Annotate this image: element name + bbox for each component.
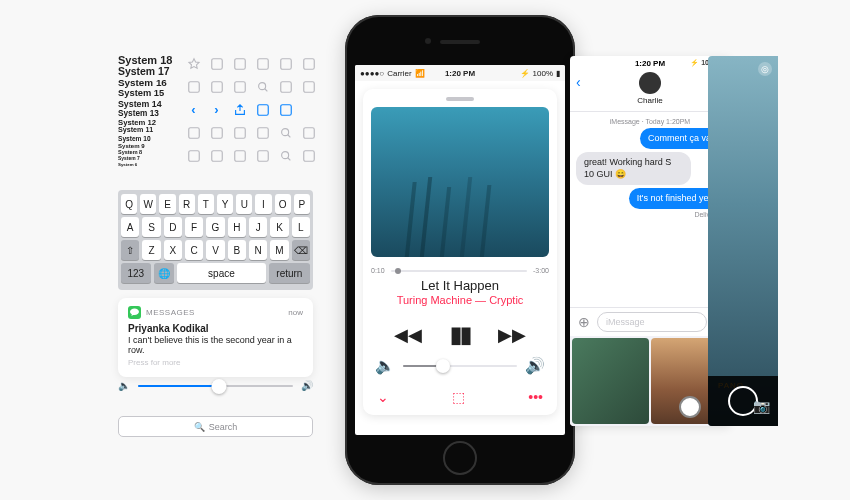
back-button[interactable]: ‹ xyxy=(576,74,581,90)
box-icon xyxy=(231,78,248,95)
radio-icon xyxy=(208,147,225,164)
search-icon xyxy=(254,78,271,95)
key-⌫[interactable]: ⌫ xyxy=(292,240,310,260)
capture-button[interactable] xyxy=(679,396,701,418)
search-placeholder: Search xyxy=(209,422,238,432)
filter-icon xyxy=(254,147,271,164)
infinity-icon xyxy=(300,55,317,72)
svg-rect-3 xyxy=(280,58,291,69)
key-n[interactable]: N xyxy=(249,240,267,260)
svg-rect-14 xyxy=(211,127,222,138)
contact-name: Charlie xyxy=(637,96,662,105)
message-input[interactable]: iMessage xyxy=(597,312,707,332)
key-p[interactable]: P xyxy=(294,194,310,214)
key-num[interactable]: 123 xyxy=(121,263,151,283)
key-w[interactable]: W xyxy=(140,194,156,214)
list-icon xyxy=(185,124,202,141)
svg-rect-11 xyxy=(257,104,268,115)
airplay-icon[interactable]: ⬚ xyxy=(452,389,465,405)
remaining-time: -3:00 xyxy=(533,267,549,274)
svg-rect-12 xyxy=(280,104,291,115)
more-icon[interactable]: ••• xyxy=(528,389,543,405)
key-space[interactable]: space xyxy=(177,263,266,283)
back-icon: ‹ xyxy=(185,101,202,118)
status-time: 1:20 PM xyxy=(445,69,475,78)
svg-rect-1 xyxy=(234,58,245,69)
key-y[interactable]: Y xyxy=(217,194,233,214)
live-photo-icon[interactable]: ◎ xyxy=(758,62,772,76)
message-compose-bar: ⊕ iMessage 🎤 xyxy=(570,307,730,336)
slider-knob[interactable] xyxy=(211,379,226,394)
volume-slider[interactable]: 🔈 🔊 xyxy=(118,380,313,391)
clock-icon xyxy=(208,55,225,72)
pause-button[interactable]: ▮▮ xyxy=(450,322,470,348)
key-s[interactable]: S xyxy=(142,217,160,237)
notification-banner[interactable]: MESSAGES now Priyanka Kodikal I can't be… xyxy=(118,298,313,377)
key-h[interactable]: H xyxy=(228,217,246,237)
key-d[interactable]: D xyxy=(164,217,182,237)
volume-low-icon: 🔈 xyxy=(118,380,130,391)
chevron-down-icon[interactable]: ⌄ xyxy=(377,389,389,405)
key-b[interactable]: B xyxy=(228,240,246,260)
forward-icon: › xyxy=(208,101,225,118)
svg-rect-16 xyxy=(257,127,268,138)
iphone-frame-center: ●●●●○ Carrier 📶 1:20 PM ⚡100%▮ 0:10 -3:0… xyxy=(345,15,575,485)
key-k[interactable]: K xyxy=(270,217,288,237)
svg-rect-5 xyxy=(188,81,199,92)
now-playing-volume[interactable]: 🔈 🔊 xyxy=(375,356,545,375)
message-bubble[interactable]: great! Working hard S 10 GUI 😄 xyxy=(576,152,691,185)
key-r[interactable]: R xyxy=(179,194,195,214)
key-q[interactable]: Q xyxy=(121,194,137,214)
search-bar[interactable]: 🔍 Search xyxy=(118,416,313,437)
svg-rect-4 xyxy=(303,58,314,69)
key-o[interactable]: O xyxy=(275,194,291,214)
apps-button[interactable]: ⊕ xyxy=(575,313,593,331)
photo-picker[interactable]: 📷 xyxy=(570,336,730,426)
key-a[interactable]: A xyxy=(121,217,139,237)
icon xyxy=(300,101,317,118)
previous-button[interactable]: ◀◀ xyxy=(394,324,422,346)
key-v[interactable]: V xyxy=(206,240,224,260)
key-x[interactable]: X xyxy=(164,240,182,260)
chat-header: ‹ Charlie i xyxy=(570,70,730,112)
track-artist-album: Turing Machine — Cryptic xyxy=(371,294,549,306)
key-e[interactable]: E xyxy=(159,194,175,214)
key-j[interactable]: J xyxy=(249,217,267,237)
key-u[interactable]: U xyxy=(236,194,252,214)
key-t[interactable]: T xyxy=(198,194,214,214)
tag-icon xyxy=(277,78,294,95)
contact-avatar[interactable] xyxy=(639,72,661,94)
home-button[interactable] xyxy=(443,441,477,475)
key-globe[interactable]: 🌐 xyxy=(154,263,175,283)
share-icon xyxy=(231,101,248,118)
volume-high-icon: 🔊 xyxy=(525,356,545,375)
status-bar: ●●●●○ Carrier 📶 1:20 PM ⚡100%▮ xyxy=(355,65,565,81)
star-icon xyxy=(185,55,202,72)
key-g[interactable]: G xyxy=(206,217,224,237)
notification-sender: Priyanka Kodikal xyxy=(128,323,303,334)
key-m[interactable]: M xyxy=(270,240,288,260)
svg-rect-18 xyxy=(303,127,314,138)
slider-track[interactable] xyxy=(138,385,293,387)
key-⇧[interactable]: ⇧ xyxy=(121,240,139,260)
key-ret[interactable]: return xyxy=(269,263,310,283)
key-f[interactable]: F xyxy=(185,217,203,237)
next-button[interactable]: ▶▶ xyxy=(498,324,526,346)
svg-rect-22 xyxy=(257,150,268,161)
playback-progress[interactable]: 0:10 -3:00 xyxy=(371,267,549,274)
key-z[interactable]: Z xyxy=(142,240,160,260)
ios-keyboard[interactable]: QWERTYUIOPASDFGHJKL⇧ZXCVBNM⌫123🌐spaceret… xyxy=(118,190,313,290)
card-handle[interactable] xyxy=(446,97,474,101)
camera-switch-icon[interactable]: 📷 xyxy=(753,398,770,414)
svg-rect-20 xyxy=(211,150,222,161)
key-i[interactable]: I xyxy=(255,194,271,214)
key-l[interactable]: L xyxy=(292,217,310,237)
album-art[interactable] xyxy=(371,107,549,257)
svg-point-8 xyxy=(258,82,265,89)
dice-icon xyxy=(254,55,271,72)
add-icon xyxy=(208,124,225,141)
photo-thumbnail[interactable] xyxy=(572,338,649,424)
key-c[interactable]: C xyxy=(185,240,203,260)
message-thread[interactable]: iMessage · Today 1:20PMComment ça va?gre… xyxy=(570,112,730,307)
svg-point-17 xyxy=(281,128,288,135)
